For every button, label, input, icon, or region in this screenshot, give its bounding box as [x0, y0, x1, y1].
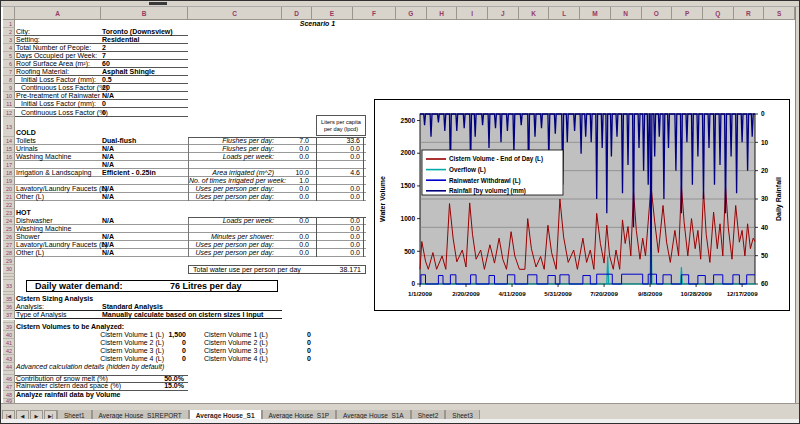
property-value[interactable]: 7	[102, 52, 187, 60]
usage-amount[interactable]: 0.0	[278, 193, 309, 201]
usage-amount[interactable]: 0.0	[278, 241, 309, 249]
usage-metric[interactable]: Uses per person per day:	[188, 193, 276, 201]
cistern-volume-value[interactable]: 0	[101, 339, 186, 347]
row-number-26[interactable]: 26	[3, 233, 15, 241]
fixture-name[interactable]: Lavatory/Laundry Faucets (L)	[16, 241, 100, 249]
usage-lpcd[interactable]: 0.0	[316, 185, 364, 193]
snow-melt-value[interactable]: 50.0%	[150, 376, 184, 382]
fixture-name[interactable]: Irrigation & Landscaping	[16, 169, 100, 177]
usage-lpcd[interactable]: 0.0	[316, 193, 364, 201]
cistern-volume-value[interactable]: 0	[101, 355, 186, 363]
usage-metric[interactable]: Area irrigated (m^2)	[188, 169, 276, 177]
property-label[interactable]: Continuous Loss Factor (%)	[21, 84, 101, 92]
row-number-15[interactable]: 15	[3, 145, 15, 153]
fixture-type[interactable]: N/A	[102, 217, 187, 225]
fixture-name[interactable]: Other (L)	[16, 249, 100, 257]
row-number-40[interactable]: 40	[3, 331, 15, 339]
usage-metric[interactable]: Flushes per day:	[188, 145, 276, 153]
row-number-43[interactable]: 43	[3, 355, 15, 363]
usage-amount[interactable]: 0.0	[278, 217, 309, 225]
fixture-type[interactable]: N/A	[102, 161, 187, 169]
property-label[interactable]: City:	[16, 28, 96, 36]
column-header-B[interactable]: B	[101, 7, 188, 20]
row-number-11[interactable]: 11	[3, 100, 15, 108]
fixture-name[interactable]: Other (L)	[16, 193, 100, 201]
column-header-G[interactable]: G	[396, 7, 427, 20]
row-number-39[interactable]: 39	[3, 323, 15, 331]
row-number-2[interactable]: 2	[3, 28, 15, 36]
analysis-type-value[interactable]: Manually calculate based on cistern size…	[102, 311, 263, 319]
usage-metric[interactable]: No. of times irrigated per week:	[188, 177, 276, 185]
row-number-10[interactable]: 10	[3, 92, 15, 100]
usage-lpcd[interactable]: 33.6	[316, 137, 364, 145]
usage-metric[interactable]: Loads per week:	[188, 217, 276, 225]
column-header-I[interactable]: I	[457, 7, 488, 20]
cistern-volume-value[interactable]: 0	[101, 347, 186, 355]
row-number-16[interactable]: 16	[3, 153, 15, 161]
total-value[interactable]: 38.171	[321, 266, 361, 273]
fixture-name[interactable]: Washing Machine	[16, 225, 100, 233]
column-header-R[interactable]: R	[734, 7, 765, 20]
dead-space-label[interactable]: Rainwater cistern dead space (%)	[16, 383, 121, 389]
usage-lpcd[interactable]: 0.0	[316, 233, 364, 241]
fixture-type[interactable]: N/A	[102, 145, 187, 153]
cistern-volume-value-2[interactable]: 0	[281, 355, 311, 363]
fixture-type[interactable]: N/A	[102, 153, 187, 161]
usage-metric[interactable]: Loads per week:	[188, 153, 276, 161]
row-number-24[interactable]: 24	[3, 217, 15, 225]
row-number-35[interactable]: 35	[3, 295, 15, 303]
usage-amount[interactable]: 0.0	[278, 185, 309, 193]
usage-metric[interactable]: Minutes per shower:	[188, 233, 276, 241]
column-header-F[interactable]: F	[353, 7, 396, 20]
usage-amount[interactable]	[278, 161, 309, 169]
cistern-volume-value[interactable]: 1,500	[101, 331, 186, 339]
column-header-E[interactable]: E	[312, 7, 353, 20]
row-number-29[interactable]: 29	[3, 257, 15, 265]
row-number-20[interactable]: 20	[3, 185, 15, 193]
property-value[interactable]: 2	[102, 44, 187, 52]
row-number-47[interactable]: 47	[3, 383, 15, 391]
usage-amount[interactable]: 0.0	[278, 153, 309, 161]
usage-metric[interactable]: Flushes per day:	[188, 137, 276, 145]
row-number-42[interactable]: 42	[3, 347, 15, 355]
usage-lpcd[interactable]: 4.6	[316, 169, 364, 177]
demand-value[interactable]: 76 Litres per day	[170, 281, 242, 291]
select-all-corner[interactable]	[3, 7, 15, 20]
property-value[interactable]: Asphalt Shingle	[102, 68, 187, 76]
column-header-M[interactable]: M	[580, 7, 611, 20]
property-value[interactable]: 60	[102, 60, 187, 68]
usage-amount[interactable]: 10.0	[278, 169, 309, 177]
column-header-K[interactable]: K	[519, 7, 550, 20]
fixture-name[interactable]	[16, 161, 100, 169]
fixture-type[interactable]: Dual-flush	[102, 137, 187, 145]
property-value[interactable]: Toronto (Downsview)	[102, 28, 187, 36]
row-number-17[interactable]: 17	[3, 161, 15, 169]
analysis-label[interactable]: Analysis:	[16, 303, 44, 311]
row-number-41[interactable]: 41	[3, 339, 15, 347]
usage-amount[interactable]: 0.0	[278, 145, 309, 153]
fixture-type[interactable]: Efficient - 0.25in	[102, 169, 187, 177]
usage-lpcd[interactable]: 0.0	[316, 249, 364, 257]
row-number-9[interactable]: 9	[3, 84, 15, 92]
row-number-46[interactable]: 46	[3, 375, 15, 383]
property-label[interactable]: Roofing Material:	[16, 68, 96, 76]
analysis-type-label[interactable]: Type of Analysis	[16, 311, 67, 319]
usage-lpcd[interactable]	[316, 161, 364, 169]
fixture-name[interactable]: Shower	[16, 233, 100, 241]
row-number-5[interactable]: 5	[3, 52, 15, 60]
column-header-H[interactable]: H	[427, 7, 458, 20]
snow-melt-label[interactable]: Contribution of snow melt (%)	[16, 376, 108, 382]
fixture-type[interactable]: N/A	[102, 185, 187, 193]
row-number-28[interactable]: 28	[3, 249, 15, 257]
column-header-D[interactable]: D	[282, 7, 312, 20]
column-header-Q[interactable]: Q	[703, 7, 734, 20]
fixture-name[interactable]: Dishwasher	[16, 217, 100, 225]
row-number-33[interactable]: 33	[3, 280, 15, 292]
property-value[interactable]: 0	[102, 109, 187, 117]
property-label[interactable]: Total Number of People:	[16, 44, 96, 52]
row-number-7[interactable]: 7	[3, 68, 15, 76]
row-number-3[interactable]: 3	[3, 36, 15, 44]
row-number-14[interactable]: 14	[3, 137, 15, 145]
column-header-A[interactable]: A	[15, 7, 101, 20]
property-value[interactable]: 0.5	[102, 76, 187, 84]
